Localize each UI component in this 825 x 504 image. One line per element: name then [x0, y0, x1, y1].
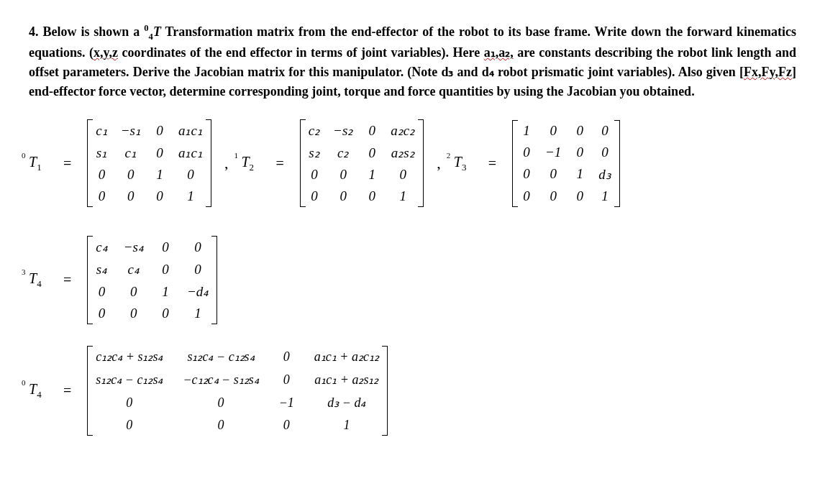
matrix-cell: d₃ − d₄ — [327, 395, 365, 411]
matrix-cell: 0 — [366, 145, 378, 161]
matrix-cell: 0 — [309, 188, 320, 204]
matrix-cell: −c₁₂c₄ − s₁₂s₄ — [183, 372, 258, 388]
matrix-cell: 0 — [160, 239, 171, 255]
matrix-cell: −s₄ — [124, 239, 144, 255]
matrix-cell: a₁c₁ — [178, 145, 203, 161]
fxfyfz-text: Fx,Fy,Fz — [744, 65, 792, 79]
t4-0-label: 0T4 — [29, 381, 47, 400]
matrix-cell: 0 — [599, 145, 611, 160]
matrix-cell: 0 — [309, 167, 320, 183]
q-number: 4. — [29, 24, 42, 39]
matrix-cell: 0 — [124, 418, 135, 433]
matrix-cell: −d₄ — [187, 283, 209, 300]
matrix-cell: a₁c₁ — [178, 122, 203, 139]
matrix-cell: 0 — [366, 188, 378, 204]
matrix-cell: c₄ — [128, 261, 140, 278]
matrix-cell: 0 — [185, 167, 196, 183]
matrix-cell: 1 — [574, 166, 585, 182]
third-row-matrices: 0T4 = c₁₂c₄ + s₁₂s₄s₁₂c₄ − c₁₂s₄0a₁c₁ + … — [29, 346, 796, 436]
matrix-cell: 0 — [547, 188, 559, 204]
matrix-cell: 0 — [154, 123, 165, 139]
matrix-cell: s₁₂c₄ − c₁₂s₄ — [96, 372, 163, 388]
a1a2-text: a₁,a₂, — [484, 45, 514, 60]
matrix-cell: 0 — [128, 284, 140, 300]
matrix-cell: −1 — [545, 145, 561, 160]
matrix-cell: 0 — [521, 145, 532, 160]
matrix-cell: s₁₂c₄ − c₁₂s₄ — [187, 349, 254, 365]
matrix-cell: c₂ — [337, 145, 349, 161]
matrix-cell: c₂ — [309, 122, 320, 139]
matrix-cell: 0 — [547, 166, 559, 182]
matrix-cell: 0 — [192, 239, 204, 255]
matrix-cell: 0 — [281, 349, 292, 365]
matrix-cell: c₁₂c₄ + s₁₂s₄ — [96, 349, 163, 365]
matrix-cell: 0 — [366, 123, 378, 139]
matrix-cell: −1 — [279, 395, 294, 411]
matrix-cell: c₁ — [125, 145, 137, 161]
matrix-t4-3: c₄−s₄00s₄c₄00001−d₄0001 — [87, 236, 217, 324]
matrix-cell: 0 — [215, 395, 227, 411]
matrix-cell: 0 — [124, 395, 135, 411]
matrix-t1: c₁−s₁0a₁c₁s₁c₁0a₁c₁00100001 — [87, 119, 211, 207]
matrix-cell: a₁c₁ + a₂s₁₂ — [314, 372, 378, 388]
matrix-cell: c₁ — [96, 122, 107, 139]
matrix-cell: a₁c₁ + a₂c₁₂ — [314, 349, 379, 365]
second-row-matrices: 3T4 = c₄−s₄00s₄c₄00001−d₄0001 — [29, 236, 796, 324]
matrix-cell: 0 — [96, 167, 108, 183]
matrix-cell: a₂s₂ — [391, 145, 415, 161]
matrix-cell: 0 — [574, 145, 585, 160]
matrix-cell: −s₂ — [333, 122, 353, 139]
matrix-cell: 0 — [96, 306, 108, 321]
matrix-cell: 1 — [192, 306, 204, 321]
matrix-cell: 0 — [125, 188, 137, 204]
matrix-cell: 0 — [154, 188, 165, 204]
matrix-cell: 0 — [599, 123, 611, 139]
matrix-cell: 0 — [574, 188, 585, 204]
matrix-cell: 1 — [599, 188, 611, 204]
matrix-cell: 0 — [281, 418, 292, 433]
matrix-cell: 0 — [574, 123, 585, 139]
matrix-cell: 0 — [96, 284, 108, 300]
matrix-cell: d₃ — [598, 166, 611, 183]
matrix-cell: 0 — [96, 188, 108, 204]
matrix-cell: 0 — [397, 167, 409, 183]
matrix-cell: 0 — [125, 167, 137, 183]
matrix-cell: 0 — [337, 188, 349, 204]
matrix-t2: c₂−s₂0a₂c₂s₂c₂0a₂s₂00100001 — [300, 119, 424, 207]
matrix-cell: s₄ — [96, 261, 108, 278]
matrix-cell: 0 — [547, 123, 559, 139]
first-row-matrices: 0T1 = c₁−s₁0a₁c₁s₁c₁0a₁c₁00100001 , 1T2 … — [29, 119, 796, 207]
t3-label: 2T3 — [454, 154, 473, 173]
matrix-cell: 1 — [341, 418, 352, 433]
t-symbol: 04T — [144, 24, 161, 39]
matrix-cell: 1 — [154, 167, 165, 183]
matrix-cell: c₄ — [96, 239, 107, 255]
xyz-text: x,y,z — [94, 45, 118, 60]
matrix-cell: 0 — [521, 188, 532, 204]
matrix-cell: s₁ — [96, 145, 108, 161]
t2-label: 1T2 — [241, 154, 260, 173]
matrix-t3: 10000−100001d₃0001 — [512, 120, 620, 207]
matrix-cell: 0 — [215, 418, 227, 433]
matrix-cell: −s₁ — [121, 122, 141, 139]
matrix-cell: 1 — [366, 167, 378, 183]
problem-statement: 4. Below is shown a 04T Transformation m… — [29, 22, 796, 101]
matrix-cell: 0 — [154, 145, 165, 161]
matrix-cell: 0 — [128, 306, 140, 321]
t1-label: 0T1 — [29, 154, 47, 173]
matrix-cell: 1 — [397, 188, 409, 204]
matrix-cell: 1 — [185, 188, 196, 204]
matrix-cell: s₂ — [309, 145, 320, 161]
matrix-cell: 0 — [281, 372, 292, 388]
matrix-cell: 0 — [160, 262, 171, 278]
matrix-cell: 0 — [521, 166, 532, 182]
matrix-cell: 0 — [337, 167, 349, 183]
t4-3-label: 3T4 — [29, 270, 47, 290]
matrix-cell: 1 — [160, 284, 171, 300]
matrix-cell: 0 — [192, 262, 204, 278]
matrix-t4-0: c₁₂c₄ + s₁₂s₄s₁₂c₄ − c₁₂s₄0a₁c₁ + a₂c₁₂s… — [87, 346, 388, 436]
matrix-cell: 1 — [521, 123, 532, 139]
matrix-cell: a₂c₂ — [391, 122, 415, 139]
matrix-cell: 0 — [160, 306, 171, 321]
